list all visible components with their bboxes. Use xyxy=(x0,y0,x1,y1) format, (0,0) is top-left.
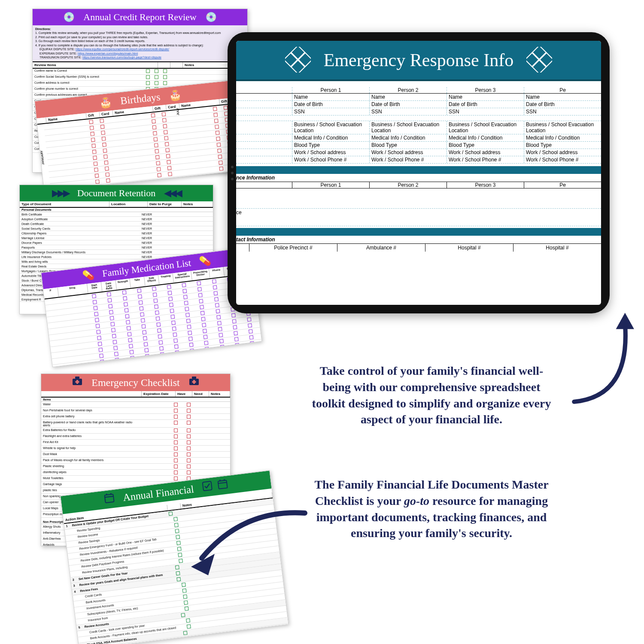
credit-title: Annual Credit Report Review xyxy=(83,12,196,23)
svg-rect-8 xyxy=(105,494,114,503)
eh-have: Have xyxy=(176,391,192,397)
svg-rect-23 xyxy=(539,52,552,67)
arrow-icon: ◀◀◀ xyxy=(164,188,181,199)
retention-title: Document Retention xyxy=(77,188,156,199)
svg-rect-17 xyxy=(291,47,305,60)
rh-type: Type of Document xyxy=(20,201,109,207)
emergency-title: Emergency Checklist xyxy=(91,377,180,389)
svg-line-9 xyxy=(105,496,113,497)
copy-2: The Family Financial Life Documents Mast… xyxy=(309,477,554,541)
retention-section: Personal Documents xyxy=(20,208,213,212)
svg-rect-18 xyxy=(285,52,298,67)
svg-rect-13 xyxy=(218,480,228,489)
sec2-line: ce xyxy=(236,209,601,216)
copy-1: Take control of your family's financial … xyxy=(309,363,554,428)
svg-rect-5 xyxy=(192,377,196,379)
dispute-ex: EXPERIAN DISPUTE SITE: xyxy=(39,52,77,55)
pill-icon: 💊 xyxy=(199,255,212,267)
dispute-ex-url[interactable]: https://www.experian.com/disputes/main.h… xyxy=(78,52,138,55)
calendar-icon xyxy=(217,478,228,492)
em-section: Items xyxy=(41,398,230,402)
firstaid-icon xyxy=(188,377,200,389)
bh-card: Card xyxy=(99,110,113,117)
calendar-icon xyxy=(103,492,115,507)
month-jul: JULY xyxy=(176,107,183,115)
firstaid-icon xyxy=(72,377,83,389)
rh-loc: Location xyxy=(109,201,148,207)
tablet-device: Emergency Response Info Person 1Person 2… xyxy=(228,32,610,313)
diamond-icon xyxy=(285,47,311,74)
rh-notes: Notes xyxy=(182,201,213,207)
directions-label: Directions: xyxy=(35,27,245,31)
eh-exp: Expiration Date xyxy=(142,391,176,397)
svg-rect-22 xyxy=(526,52,540,67)
birthdays-title: Birthdays xyxy=(120,91,161,107)
dir1: 1. Complete this review annually, when y… xyxy=(35,31,245,35)
tablet-title: Emergency Response Info xyxy=(324,50,513,70)
cake-icon: 🎂 xyxy=(168,88,182,102)
dir2: 2. Print out each report (or save to you… xyxy=(35,35,245,39)
dispute-tu: TRANSUNION DISPUTE SITE: xyxy=(39,56,82,59)
disc-icon: 💿 xyxy=(205,12,217,23)
arrow-up-icon xyxy=(547,309,644,404)
svg-rect-1 xyxy=(75,377,79,379)
eh-notes: Notes xyxy=(209,391,230,397)
sec3: tact Information xyxy=(236,236,601,244)
dir4: 4. If you need to complete a dispute you… xyxy=(35,43,245,47)
dispute-eq: EQUIFAX DISPUTE SITE: xyxy=(39,48,75,51)
dir3: 3. Go through each review item listed be… xyxy=(35,39,245,43)
svg-rect-21 xyxy=(532,47,547,60)
bh-gift: Gift xyxy=(86,112,100,118)
cake-icon: 🎂 xyxy=(98,96,112,109)
dispute-eq-url[interactable]: https://www.equifax.com/personal/credit-… xyxy=(76,48,169,51)
svg-rect-20 xyxy=(291,59,305,73)
svg-rect-3 xyxy=(76,381,79,383)
arrow-left-icon xyxy=(178,507,307,580)
arrow-icon: ▶▶▶ xyxy=(52,188,69,199)
svg-line-14 xyxy=(218,482,227,483)
bh-gift2: Gift xyxy=(152,105,166,112)
svg-rect-7 xyxy=(192,381,196,383)
checkbox-icon xyxy=(201,480,213,495)
disc-icon: 💿 xyxy=(63,12,75,23)
svg-rect-24 xyxy=(532,59,547,73)
col-review-items: Review Items xyxy=(33,62,146,68)
svg-rect-19 xyxy=(298,52,311,67)
diamond-icon xyxy=(526,47,552,74)
eh-need: Need xyxy=(192,391,209,397)
sec2: nce Information xyxy=(236,174,601,182)
rh-purge: Date to Purge xyxy=(148,201,182,207)
pill-icon: 💊 xyxy=(82,269,94,282)
dispute-tu-url[interactable]: https://service.transunion.com/dss/login… xyxy=(82,56,161,59)
